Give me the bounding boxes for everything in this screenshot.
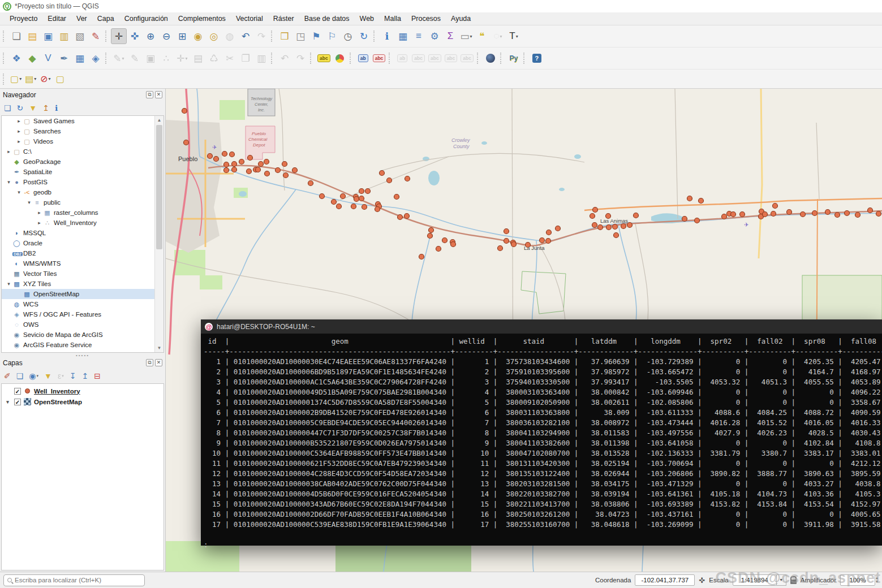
pin-labels-button[interactable]: ab bbox=[355, 50, 371, 66]
browser-item-sevicio-de-mapa-de-arcgis[interactable]: ◉Sevicio de Mapa de ArcGIS bbox=[2, 330, 164, 340]
open-layer-styling-button[interactable]: ✐ bbox=[4, 371, 11, 381]
new-shapefile-layer-button[interactable]: V bbox=[40, 50, 56, 66]
text-annotation-button[interactable]: T▾ bbox=[506, 28, 522, 44]
mouse-extents-icon[interactable]: ✜ bbox=[699, 576, 705, 585]
new-3d-map-view-button[interactable]: ◳ bbox=[292, 28, 308, 44]
layer-visibility-checkbox[interactable]: ✓ bbox=[14, 399, 21, 405]
browser-item-arcgis-feature-service[interactable]: ◉ArcGIS Feature Service bbox=[2, 340, 164, 350]
layer-item-well-inventory[interactable]: ✓Well_Inventory bbox=[2, 386, 164, 396]
new-mesh-layer-button[interactable]: ▦ bbox=[72, 50, 88, 66]
browser-item-postgis[interactable]: ▾●PostGIS bbox=[2, 177, 164, 187]
temporal-controller-button[interactable]: ◷ bbox=[340, 28, 356, 44]
zoom-full-extent-button[interactable]: ⊞ bbox=[174, 28, 190, 44]
browser-item-videos[interactable]: ▸▢Videos bbox=[2, 136, 164, 146]
layer-item-openstreetmap[interactable]: ▾✓OpenStreetMap bbox=[2, 396, 164, 407]
browser-item-vector-tiles[interactable]: ▦Vector Tiles bbox=[2, 269, 164, 279]
browser-scrollbar[interactable]: ▲ ▼ bbox=[154, 116, 164, 352]
new-spatial-bookmark-button[interactable]: ⚑ bbox=[308, 28, 324, 44]
add-group-button[interactable]: ❏ bbox=[16, 371, 24, 381]
zoom-out-button[interactable]: ⊖ bbox=[158, 28, 174, 44]
data-source-manager-button[interactable]: ❖ bbox=[8, 50, 24, 66]
menu-procesos[interactable]: Procesos bbox=[406, 13, 446, 24]
menu-base-de-datos[interactable]: Base de datos bbox=[299, 13, 355, 24]
new-virtual-layer-button[interactable]: ◈ bbox=[88, 50, 104, 66]
zoom-to-layer-button[interactable]: ◎ bbox=[206, 28, 222, 44]
expander-icon[interactable]: ▾ bbox=[25, 200, 33, 205]
browser-item-c-[interactable]: ▸▢C:\ bbox=[2, 146, 164, 157]
menu-web[interactable]: Web bbox=[355, 13, 379, 24]
menu-editar[interactable]: Editar bbox=[42, 13, 71, 24]
browser-item-spatialite[interactable]: ✒SpatiaLite bbox=[2, 167, 164, 177]
field-calculator-button[interactable]: ≡ bbox=[411, 28, 427, 44]
filter-browser-button[interactable]: ▼ bbox=[29, 103, 37, 113]
select-features-button[interactable]: ▢▾ bbox=[8, 72, 23, 87]
title-bar[interactable]: Q *Proyecto sin título — QGIS bbox=[0, 0, 882, 12]
expander-icon[interactable]: ▸ bbox=[36, 220, 43, 226]
browser-item-db2[interactable]: DB2DB2 bbox=[2, 248, 164, 258]
expander-icon[interactable]: ▸ bbox=[5, 149, 12, 154]
select-features-by-value-button[interactable]: ▤▾ bbox=[23, 72, 38, 87]
expander-icon[interactable]: ▾ bbox=[5, 179, 12, 185]
metasearch-button[interactable] bbox=[483, 50, 498, 66]
layer-visibility-checkbox[interactable]: ✓ bbox=[14, 388, 21, 395]
menu-ayuda[interactable]: Ayuda bbox=[446, 13, 476, 24]
new-print-layout-button[interactable]: ▥ bbox=[56, 28, 72, 44]
menu-configuraci-n[interactable]: Configuración bbox=[119, 13, 173, 24]
coordinate-input[interactable] bbox=[635, 574, 695, 586]
scroll-up-arrow[interactable]: ▲ bbox=[155, 116, 164, 124]
magnifier-input[interactable] bbox=[840, 574, 875, 586]
browser-item-public[interactable]: ▾≡public bbox=[2, 197, 164, 207]
terminal-title-bar[interactable]: @ hatari@DESKTOP-RO54U1M: ~ bbox=[201, 319, 882, 334]
show-spatial-bookmarks-button[interactable]: ⚐ bbox=[324, 28, 340, 44]
measure-line-button[interactable]: ▭▾ bbox=[458, 28, 474, 44]
new-geopackage-layer-button[interactable]: ◆ bbox=[24, 50, 40, 66]
python-console-button[interactable]: Py bbox=[506, 50, 522, 66]
browser-item-xyz-tiles[interactable]: ▾▩XYZ Tiles bbox=[2, 279, 164, 289]
highlight-pinned-labels-button[interactable]: abc bbox=[371, 50, 388, 66]
menu-ver[interactable]: Ver bbox=[71, 13, 92, 24]
add-selected-layers-button[interactable]: ❏ bbox=[4, 103, 11, 113]
scroll-down-arrow[interactable]: ▼ bbox=[155, 344, 164, 352]
expander-icon[interactable]: ▸ bbox=[15, 139, 23, 144]
browser-item-searches[interactable]: ▸▢Searches bbox=[2, 126, 164, 136]
layers-close-button[interactable]: ✕ bbox=[155, 359, 162, 366]
style-manager-button[interactable]: ✎ bbox=[88, 28, 104, 44]
browser-item-wfs-ogc-api-features[interactable]: ◈WFS / OGC API - Features bbox=[2, 309, 164, 319]
layer-diagram-button[interactable] bbox=[332, 50, 348, 66]
new-project-button[interactable]: ❏ bbox=[8, 28, 24, 44]
layers-float-button[interactable]: ⧉ bbox=[146, 359, 153, 366]
save-project-button[interactable]: ▣ bbox=[40, 28, 56, 44]
magnifier-spinner[interactable]: ▲▼ bbox=[875, 574, 879, 586]
pan-to-selection-button[interactable]: ✜ bbox=[127, 28, 143, 44]
identify-features-button[interactable]: ℹ bbox=[379, 28, 395, 44]
browser-item-well-inventory[interactable]: ▸∴Well_Inventory bbox=[2, 218, 164, 228]
scale-input[interactable] bbox=[733, 574, 777, 586]
browser-item-saved-games[interactable]: ▸▢Saved Games bbox=[2, 116, 164, 126]
menu-r-ster[interactable]: Ráster bbox=[268, 13, 299, 24]
collapse-all-button[interactable]: ↥ bbox=[42, 103, 49, 113]
filter-legend-button[interactable]: ▼ bbox=[44, 371, 52, 381]
expander-icon[interactable]: ▾ bbox=[4, 399, 11, 405]
show-layout-manager-button[interactable]: ▧ bbox=[72, 28, 88, 44]
map-tips-button[interactable]: ❝ bbox=[474, 28, 490, 44]
browser-item-geodb[interactable]: ▾-<geodb bbox=[2, 187, 164, 197]
expander-icon[interactable]: ▾ bbox=[15, 189, 23, 195]
browser-item-geopackage[interactable]: ◆GeoPackage bbox=[2, 157, 164, 167]
browser-item-raster-columns[interactable]: ▸▦raster_columns bbox=[2, 207, 164, 218]
locator-input[interactable] bbox=[15, 577, 141, 583]
select-by-location-button[interactable]: ▢ bbox=[53, 72, 67, 87]
terminal-window[interactable]: @ hatari@DESKTOP-RO54U1M: ~ id | geom | … bbox=[201, 319, 882, 546]
expand-all-button[interactable]: ↧ bbox=[70, 371, 76, 381]
pan-map-button[interactable]: ✛ bbox=[111, 28, 127, 44]
new-map-view-button[interactable]: ❒ bbox=[277, 28, 292, 44]
new-spatialite-layer-button[interactable]: ✒ bbox=[56, 50, 72, 66]
zoom-to-selection-button[interactable]: ◉ bbox=[190, 28, 206, 44]
menu-capa[interactable]: Capa bbox=[92, 13, 119, 24]
navigator-float-button[interactable]: ⧉ bbox=[146, 91, 153, 98]
browser-item-wms-wmts[interactable]: ◐WMS/WMTS bbox=[2, 258, 164, 269]
menu-vectorial[interactable]: Vectorial bbox=[231, 13, 268, 24]
expander-icon[interactable]: ▾ bbox=[5, 281, 12, 287]
zoom-in-button[interactable]: ⊕ bbox=[143, 28, 158, 44]
expander-icon[interactable]: ▸ bbox=[15, 128, 23, 134]
layer-labeling-button[interactable]: abc bbox=[316, 50, 332, 66]
